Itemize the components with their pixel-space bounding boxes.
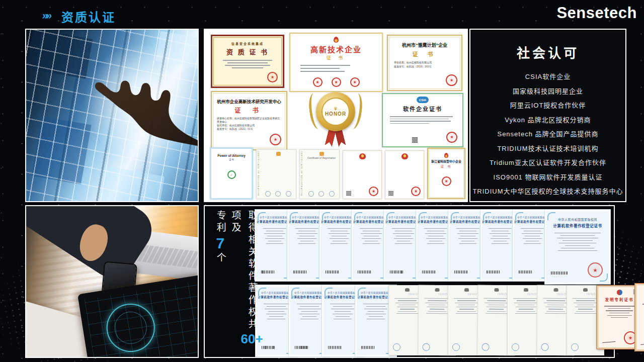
certificate-title: 杭州市“雏鹰计划”企业: [388, 42, 461, 48]
crest-icon: [276, 152, 281, 156]
certificate-stamps: [263, 191, 294, 197]
certificate-subtitle: 证 书: [212, 106, 286, 114]
red-seal-icon: ★: [446, 132, 457, 143]
social-recognition-item: Sensetech 品牌全国产品提供商: [470, 127, 625, 142]
social-recognition-item: 阿里云IOT授权合作伙伴: [470, 99, 625, 113]
invention-patent-certificate: 发明专利证书★: [634, 283, 644, 351]
coat-of-arms-icon: [405, 288, 410, 292]
signature: [640, 339, 644, 345]
patent-count-line: 专利7个: [214, 210, 226, 356]
barcode: [454, 270, 467, 274]
green-seal-icon: ✓: [227, 170, 236, 179]
social-recognition-item: TRIDIUM技术认证技术培训机构: [470, 142, 625, 156]
social-recognition-panel: 社会认可 CSIA软件企业国家级科技园明星企业阿里云IOT授权合作伙伴Vykon…: [469, 29, 626, 202]
blue-seal-icon: [452, 343, 460, 351]
social-recognition-item: 国家级科技园明星企业: [470, 84, 625, 99]
copyright-certificates-row: 中华人民共和国国家版权局计算机软件著作权登记证书中华人民共和国国家版权局计算机软…: [255, 210, 610, 284]
certificate-body: [263, 156, 294, 167]
power-of-attorney-certificate: Power of Attorney 证书 ✓: [210, 147, 253, 200]
social-recognition-item: ISO9001 物联网软件开发质量认证: [470, 170, 625, 185]
barcode: [487, 270, 500, 274]
emblem-certificate: ★: [343, 150, 382, 199]
blue-seal-icon: [541, 343, 548, 351]
certificate-title: 浙江省科技型中小企业: [428, 159, 464, 163]
coat-of-arms-icon: [435, 288, 439, 292]
certificate-title: 高新技术企业: [290, 44, 382, 54]
software-enterprise-certificate: CSIA 软件企业证书 ★: [382, 93, 463, 147]
certificate-body: [428, 168, 464, 175]
medal-label: HONOR: [325, 111, 346, 117]
red-seal-icon: ★: [446, 74, 457, 86]
certificate-body: [290, 61, 382, 72]
social-recognition-list: CSIA软件企业国家级科技园明星企业阿里云IOT授权合作伙伴Vykon 品牌北区…: [470, 70, 625, 199]
flame-emblem-icon: [334, 37, 339, 43]
blue-seal-icon: [571, 343, 579, 351]
red-seal-icon: ★: [270, 134, 281, 145]
certificate-subtitle: 证书: [211, 157, 252, 161]
certificate-body: [546, 228, 609, 251]
certificate-body: 研发中心名称：杭州实想科技智慧园区企业高新技术研究开发中心 依托单位：杭州实想科…: [212, 114, 286, 131]
coat-of-arms-icon: [553, 288, 558, 292]
honor-medal: ♛ HONOR: [311, 90, 360, 146]
certificate-tagline: 信息安全系统集成: [212, 41, 283, 46]
certificate-body: [635, 300, 644, 316]
blue-seal-icon: [512, 343, 519, 351]
registration-certificate: CERTIFICATE OF REGISTRATION Certificate …: [299, 149, 340, 199]
photo-touchscreen-wall: [25, 29, 199, 202]
crown-icon: ♛: [334, 107, 338, 111]
brand-logo: Sensetech: [556, 4, 637, 22]
red-seal-icon: ★: [369, 187, 378, 196]
barcode: [361, 346, 374, 349]
social-recognition-item: CSIA软件企业: [470, 70, 625, 84]
cnipa-logo: [617, 290, 622, 295]
patent-certificates-row: 中华人民共和国国家版权局计算机软件著作权登记证书中华人民共和国国家版权局计算机软…: [256, 285, 644, 356]
certificate-title: Power of Attorney: [211, 154, 252, 157]
certificate-body: [343, 159, 381, 172]
certificate-title: Certificate of Registration: [306, 156, 337, 159]
flame-emblem-icon: [444, 153, 448, 158]
hand-silhouette: [26, 30, 198, 201]
certificate-body: [211, 161, 252, 169]
certificate-subtitle: 证 书: [388, 50, 461, 58]
barcode: [326, 270, 339, 274]
red-seal-icon: ★: [267, 72, 278, 82]
emblem-certificate: ★: [385, 150, 424, 199]
certificate-body: 单位名称：杭州实想科技有限公司 批准文号：杭科高〔2019〕161号: [388, 58, 461, 68]
patents-panel: 取得相关软件著作权共60+项及 专利7个 中华人民共和国国家版权局计算机软件著作…: [204, 205, 615, 358]
medal-ribbon: [335, 130, 346, 147]
crest-icon: [319, 152, 324, 156]
certificate-subtitle: 证 书: [290, 54, 382, 61]
csia-logo: CSIA: [417, 97, 429, 103]
barcode: [295, 346, 308, 349]
barcode: [293, 270, 306, 274]
medal-ring: ♛ HONOR: [316, 92, 355, 131]
hightech-enterprise-certificate: 高新技术企业 证 书 ★ ★ ★: [289, 33, 383, 92]
certificate-side-text: CERTIFICATE OF REGISTRATION: [300, 151, 303, 198]
registration-certificate: CERTIFICATE OF REGISTRATION: [256, 149, 296, 199]
certificate-title: 杭州市企业高新技术研究开发中心: [212, 98, 286, 104]
certificate-stamps: [306, 191, 337, 197]
qualification-certificate: 信息安全系统集成 资 质 证 书 ★: [211, 35, 284, 88]
qr-code: [346, 191, 351, 196]
certificate-title: 软件企业证书: [383, 105, 462, 113]
certificate-seals: ★ ★ ★: [290, 77, 382, 87]
national-emblem-icon: [359, 153, 366, 159]
eagle-plan-certificate: 杭州市“雏鹰计划”企业 证 书 单位名称：杭州实想科技有限公司 批准文号：杭科高…: [387, 35, 462, 91]
photo-desk-tablet: [25, 205, 199, 358]
medal-ribbon: [325, 130, 336, 147]
national-emblem-icon: [401, 153, 408, 159]
certificate-authority: 中华人民共和国国家版权局: [546, 217, 609, 222]
certificates-panel: 信息安全系统集成 资 质 证 书 ★ 高新技术企业 证 书 ★ ★ ★ 杭州市: [204, 29, 468, 202]
qr-code: [412, 137, 418, 143]
red-seal-icon: ★: [411, 187, 421, 196]
social-recognition-item: TRIDIUM大中华区授权的全球技术支持服务中心: [470, 185, 625, 199]
signature: [602, 337, 616, 343]
blue-seal-icon: [481, 343, 489, 351]
certificate-title: 计算机软件著作权登记证书: [546, 223, 609, 228]
certificate-body: [383, 113, 462, 124]
patent-count: 7: [216, 234, 224, 252]
copyright-count-line: 取得相关软件著作权共60+项及: [229, 210, 263, 356]
title-chevrons-icon: »»: [41, 10, 51, 22]
coat-of-arms-icon: [524, 288, 528, 292]
coat-of-arms-icon: [494, 288, 499, 292]
